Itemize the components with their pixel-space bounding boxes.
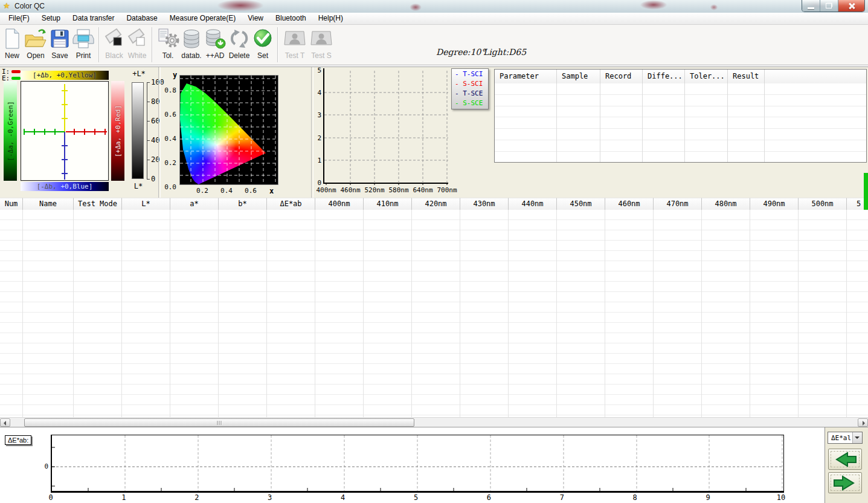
print-button[interactable]: Print xyxy=(72,26,95,63)
menu-item-measure-operate-e-[interactable]: Measure Operate(E) xyxy=(164,13,242,24)
menu-item-data-transfer[interactable]: Data transfer xyxy=(66,13,120,24)
set-button[interactable]: Set xyxy=(252,26,274,63)
column-header-nm[interactable]: 410nm xyxy=(364,198,412,210)
white-calibration-button[interactable]: White xyxy=(126,26,148,63)
window-title: Color QC xyxy=(14,2,45,10)
axis-tick-label: 0.2 xyxy=(163,159,176,167)
light-status: Light:D65 xyxy=(483,47,526,57)
table-column xyxy=(0,210,23,417)
column-header-num[interactable]: Num xyxy=(0,198,23,210)
yellow-axis-bar: [+Δb, +0,Yellow] xyxy=(21,71,109,80)
column-header-nm[interactable]: 470nm xyxy=(654,198,702,210)
plot-axis xyxy=(62,145,68,146)
plot-axis xyxy=(24,129,25,135)
table-column xyxy=(219,210,267,417)
save-button[interactable]: Save xyxy=(49,26,71,63)
menu-item-setup[interactable]: Setup xyxy=(36,13,66,24)
table-column xyxy=(23,210,74,417)
title-bar[interactable]: ★ Color QC xyxy=(0,0,868,13)
parameter-table[interactable]: ParameterSampleRecordDiffe...Toler...Res… xyxy=(494,69,867,163)
axis-tick-label: 0.2 xyxy=(196,187,208,195)
restore-button[interactable] xyxy=(820,0,838,11)
axis-tick-label: 0 xyxy=(312,179,321,187)
table-column xyxy=(74,210,122,417)
column-header-name[interactable]: Name xyxy=(23,198,74,210)
column-header-sample[interactable]: Sample xyxy=(557,70,600,83)
table-column xyxy=(728,83,765,162)
column-header-l*[interactable]: L* xyxy=(122,198,170,210)
tolerance-button[interactable]: Tol. xyxy=(156,26,179,63)
axis-tick-label: 9 xyxy=(706,493,710,502)
database-button[interactable]: datab. xyxy=(181,26,202,63)
chevron-down-icon xyxy=(855,436,860,439)
test-target-button[interactable]: Test T xyxy=(282,26,307,63)
table-column xyxy=(267,210,315,417)
next-record-button[interactable] xyxy=(828,472,862,493)
column-header-record[interactable]: Record xyxy=(600,70,643,83)
column-header-nm[interactable]: 420nm xyxy=(412,198,460,210)
menu-item-file-f-[interactable]: File(F) xyxy=(2,13,36,24)
add-to-database-button[interactable]: ++AD xyxy=(204,26,227,63)
green-indicator-strip xyxy=(864,173,868,210)
black-calibration-icon xyxy=(103,26,125,51)
menu-item-bluetooth[interactable]: Bluetooth xyxy=(269,13,312,24)
l-scale-gradient-bar xyxy=(132,82,144,179)
scrollbar-thumb[interactable] xyxy=(24,418,414,427)
metric-selector-dropdown[interactable]: ΔE*al xyxy=(828,432,863,444)
plot-axis xyxy=(74,129,75,135)
column-header-nm[interactable]: 460nm xyxy=(605,198,654,210)
column-header-nm[interactable]: 440nm xyxy=(509,198,557,210)
axis-tick-label: 0.4 xyxy=(163,135,176,143)
test-sample-button[interactable]: Test S xyxy=(309,26,334,63)
green-arrow-right-icon xyxy=(832,474,858,492)
column-header-b*[interactable]: b* xyxy=(219,198,267,210)
window-controls xyxy=(802,0,865,12)
open-button[interactable]: Open xyxy=(24,26,48,63)
menu-item-database[interactable]: Database xyxy=(120,13,163,24)
column-header-nm[interactable]: 480nm xyxy=(702,198,750,210)
plot-axis xyxy=(44,129,45,135)
table-column xyxy=(750,210,799,417)
column-header-testmode[interactable]: Test Mode xyxy=(74,198,122,210)
record-table-header: NumNameTest ModeL*a*b*ΔE*ab400nm410nm420… xyxy=(0,198,868,210)
minimize-icon xyxy=(808,7,814,9)
delete-button[interactable]: Delete xyxy=(228,26,251,63)
minimize-button[interactable] xyxy=(802,0,820,11)
axis-tick-label: 1 xyxy=(312,156,321,164)
new-button[interactable]: New xyxy=(2,26,22,63)
column-header-nm[interactable]: 500nm xyxy=(799,198,847,210)
column-header-toler[interactable]: Toler... xyxy=(685,70,728,83)
column-header-nm[interactable]: 490nm xyxy=(750,198,799,210)
previous-record-button[interactable] xyxy=(828,449,862,470)
menu-item-view[interactable]: View xyxy=(242,13,269,24)
column-header-parameter[interactable]: Parameter xyxy=(495,70,557,83)
horizontal-scrollbar[interactable] xyxy=(0,417,868,427)
table-column xyxy=(847,210,868,417)
parameter-table-header: ParameterSampleRecordDiffe...Toler...Res… xyxy=(495,70,866,84)
toolbar-separator xyxy=(98,27,100,62)
table-column xyxy=(685,83,728,162)
green-arrow-left-icon xyxy=(832,450,858,469)
plot-axis xyxy=(94,129,95,135)
l-scale-bottom-label: L* xyxy=(129,182,147,190)
menu-item-help-h-[interactable]: Help(H) xyxy=(312,13,349,24)
person-icon xyxy=(309,26,334,51)
axis-tick-label: 7 xyxy=(560,493,564,502)
dropdown-arrow-button[interactable] xyxy=(852,432,862,443)
table-column xyxy=(557,210,605,417)
record-table[interactable]: NumNameTest ModeL*a*b*ΔE*ab400nm410nm420… xyxy=(0,198,868,417)
column-header-diffe[interactable]: Diffe... xyxy=(643,70,685,83)
l-scale-tick-label: 0 xyxy=(151,175,155,183)
close-button[interactable] xyxy=(838,0,864,11)
l-scale-tick xyxy=(147,140,150,141)
black-calibration-button[interactable]: Black xyxy=(103,26,125,63)
column-header-nm[interactable]: 400nm xyxy=(315,198,364,210)
column-header-result[interactable]: Result xyxy=(728,70,765,83)
column-header-a*[interactable]: a* xyxy=(170,198,219,210)
scroll-left-button[interactable] xyxy=(0,418,10,427)
column-header-e*ab[interactable]: ΔE*ab xyxy=(267,198,315,210)
column-header-nm[interactable]: 430nm xyxy=(460,198,509,210)
scroll-right-button[interactable] xyxy=(858,418,868,427)
column-header-nm[interactable]: 450nm xyxy=(557,198,605,210)
table-column xyxy=(170,210,219,417)
